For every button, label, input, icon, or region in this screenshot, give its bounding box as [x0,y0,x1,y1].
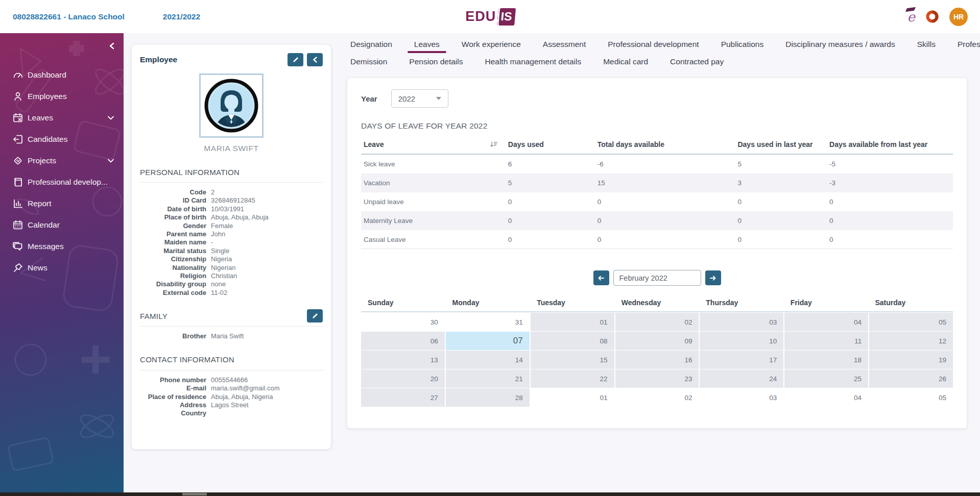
calendar-day-cell[interactable]: 30 [361,313,445,331]
calendar-day-cell[interactable]: 11 [784,332,868,350]
scrollbar-thumb[interactable] [182,493,207,495]
tab[interactable]: Skills [914,39,939,53]
sidebar-item-leaves[interactable]: Leaves [0,107,124,129]
tab[interactable]: Pension details [406,57,466,70]
info-value: maria.swift@gmail.com [211,384,323,392]
tab[interactable]: Disciplinary measures / awards [782,39,898,53]
calendar-day-cell[interactable]: 19 [869,351,953,369]
info-value: 0055544666 [211,376,323,384]
calendar-day-cell[interactable]: 16 [615,351,699,369]
calendar-day-cell[interactable]: 21 [446,369,530,388]
calendar-day-cell[interactable]: 18 [784,351,868,369]
calendar-day-cell[interactable]: 04 [784,388,868,407]
column-days-available-from-last-year: Days available from last year [827,140,953,148]
tab[interactable]: Demission [347,57,390,70]
calendar-day-cell[interactable]: 14 [446,351,530,369]
day-of-week-header: Sunday [361,296,446,311]
column-leave: Leave [364,140,384,148]
office-icon[interactable] [925,10,939,23]
sidebar-item-news[interactable]: News [0,257,124,279]
calendar-day-cell[interactable]: 08 [531,332,614,350]
info-value: Lagos Street [211,401,323,409]
calendar-day-cell[interactable]: 22 [531,369,614,388]
horizontal-scrollbar[interactable] [0,492,980,496]
tab[interactable]: Medical card [600,57,651,70]
sidebar-collapse-button[interactable] [106,40,117,52]
messages-icon [12,241,23,252]
calendar-day-cell[interactable]: 03 [700,313,783,331]
previous-month-button[interactable] [593,270,609,285]
calendar-day-cell[interactable]: 13 [361,351,445,369]
calendar-day-cell[interactable]: 01 [531,313,614,331]
edit-family-button[interactable] [307,309,323,323]
calendar-day-cell[interactable]: 27 [361,388,445,407]
sidebar-item-label: Messages [28,242,64,251]
cell-days-available-from-last-year: 0 [827,217,953,225]
calendar-day-cell[interactable]: 12 [869,332,953,350]
sort-descending-icon[interactable] [490,141,497,148]
calendar-day-cell[interactable]: 02 [615,388,699,407]
calendar-day-cell[interactable]: 10 [700,332,783,350]
tab[interactable]: Contracted pay [667,57,727,70]
tabs-row-2: Demission Pension details Health managem… [347,57,980,70]
calendar-day-cell[interactable]: 23 [615,369,699,388]
school-year: 2021/2022 [163,12,200,21]
calendar-day-cell[interactable]: 04 [784,313,868,331]
cell-total-days-available: 0 [595,198,735,206]
tab[interactable]: Assessment [540,39,589,53]
month-input[interactable] [613,270,701,286]
graduation-logo-icon[interactable]: e [907,10,915,23]
info-row: Gender Female [140,222,323,230]
calendar-day-cell[interactable]: 01 [531,388,614,407]
sidebar-item-calendar[interactable]: Calendar [0,214,124,236]
calendar-day-cell[interactable]: 06 [361,332,445,350]
sidebar-item-professional-development[interactable]: Professional develop... [0,171,124,193]
info-value: 2 [211,188,323,196]
sidebar-item-dashboard[interactable]: Dashboard [0,64,124,86]
arrow-left-icon [597,275,605,281]
calendar-day-cell[interactable]: 07 [446,332,530,350]
table-row: Sick leave 6 -6 5 -5 [361,155,953,173]
info-row: Country [140,409,323,417]
calendar-day-cell[interactable]: 17 [700,351,783,369]
leave-table: Leave Days used Total days available Day… [361,140,953,249]
edit-employee-button[interactable] [288,53,303,66]
info-value: Abuja, Abuja, Abuja [211,213,323,221]
main-content: Employee [124,33,980,496]
calendar-day-cell[interactable]: 03 [700,388,783,407]
leaves-panel: Year 2022 DAYS OF LEAVE FOR YEAR 2022 Le… [347,78,967,428]
info-row: ID Card 326846912845 [140,196,323,205]
back-button[interactable] [307,53,323,66]
tab[interactable]: Health management details [482,57,584,70]
sidebar-item-employees[interactable]: Employees [0,86,124,107]
info-label: Phone number [140,376,206,384]
calendar-day-cell[interactable]: 26 [869,369,953,388]
sidebar-item-projects[interactable]: Projects [0,150,124,171]
tab[interactable]: Professions [954,39,980,53]
calendar-day-cell[interactable]: 24 [700,369,783,388]
year-select[interactable]: 2022 [391,89,448,108]
sidebar-item-messages[interactable]: Messages [0,236,124,257]
calendar-day-cell[interactable]: 28 [446,388,530,407]
tab[interactable]: Professional development [605,39,702,53]
calendar-day-cell[interactable]: 02 [615,313,699,331]
calendar-day-cell[interactable]: 25 [784,369,868,388]
sidebar-item-label: Professional develop... [28,178,108,187]
calendar-day-cell[interactable]: 05 [869,388,953,407]
tab[interactable]: Publications [718,39,767,53]
month-calendar: Sunday Monday Tuesday Wednesday Thursday… [361,296,953,407]
sidebar-item-report[interactable]: Report [0,193,124,214]
school-name: 08028822661 - Lanaco School [13,12,125,21]
calendar-day-cell[interactable]: 31 [446,313,530,331]
calendar-day-cell[interactable]: 20 [361,369,445,388]
calendar-day-cell[interactable]: 09 [615,332,699,350]
tab[interactable]: Leaves [411,39,443,53]
next-month-button[interactable] [705,270,721,285]
calendar-day-cell[interactable]: 05 [869,313,953,331]
contact-information-title: CONTACT INFORMATION [140,355,234,364]
tab[interactable]: Designation [347,39,395,53]
sidebar-item-candidates[interactable]: Candidates [0,129,124,150]
tab[interactable]: Work experience [459,39,524,53]
calendar-day-cell[interactable]: 15 [531,351,614,369]
user-avatar[interactable]: HR [949,8,968,26]
